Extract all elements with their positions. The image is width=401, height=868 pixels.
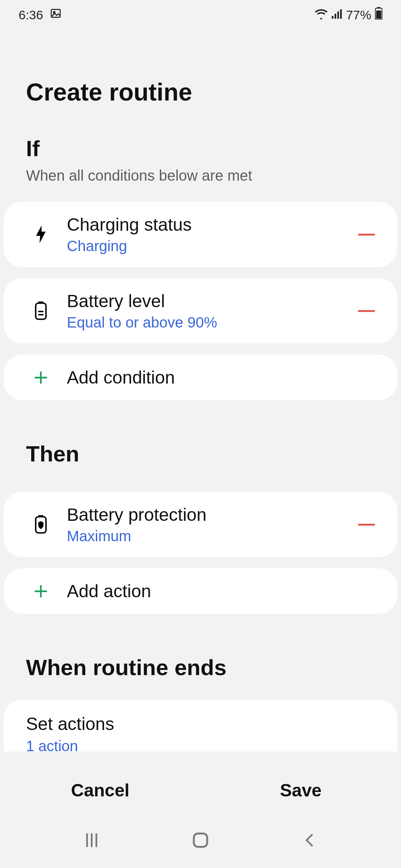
signal-icon bbox=[331, 8, 342, 22]
bolt-icon bbox=[26, 226, 56, 243]
condition-title: Charging status bbox=[67, 214, 353, 235]
minus-icon bbox=[358, 310, 375, 312]
status-left: 6:36 bbox=[19, 7, 62, 22]
condition-value: Charging bbox=[67, 238, 353, 254]
remove-condition-button[interactable] bbox=[353, 310, 379, 312]
action-title: Battery protection bbox=[67, 504, 353, 525]
condition-card-charging-status[interactable]: Charging status Charging bbox=[4, 202, 397, 267]
cancel-button[interactable]: Cancel bbox=[0, 768, 200, 812]
bottom-action-bar: Cancel Save bbox=[0, 768, 401, 812]
condition-card-battery-level[interactable]: Battery level Equal to or above 90% bbox=[4, 278, 397, 343]
wifi-icon bbox=[315, 8, 327, 22]
svg-rect-3 bbox=[335, 14, 336, 19]
set-actions-title: Set actions bbox=[26, 714, 375, 734]
battery-percent-text: 77% bbox=[346, 8, 371, 22]
if-title: If bbox=[26, 136, 375, 161]
battery-protection-icon bbox=[26, 515, 56, 534]
status-bar: 6:36 77% bbox=[0, 0, 401, 30]
add-condition-label: Add condition bbox=[67, 367, 379, 388]
svg-rect-2 bbox=[332, 16, 333, 19]
home-button[interactable] bbox=[186, 830, 215, 850]
set-actions-card[interactable]: Set actions 1 action bbox=[4, 700, 397, 752]
svg-rect-22 bbox=[194, 834, 207, 847]
status-right: 77% bbox=[315, 7, 382, 23]
navigation-bar bbox=[0, 812, 401, 868]
action-value: Maximum bbox=[67, 528, 353, 545]
add-action-label: Add action bbox=[67, 581, 379, 601]
minus-icon bbox=[358, 524, 375, 526]
svg-rect-5 bbox=[340, 9, 342, 19]
image-icon bbox=[50, 7, 62, 22]
battery-icon bbox=[375, 7, 382, 23]
svg-rect-4 bbox=[337, 11, 339, 19]
svg-rect-8 bbox=[376, 10, 381, 19]
then-section-header: Then bbox=[0, 441, 401, 477]
end-title: When routine ends bbox=[26, 655, 375, 680]
then-title: Then bbox=[26, 441, 375, 467]
recents-button[interactable] bbox=[77, 831, 107, 849]
page-title: Create routine bbox=[0, 30, 401, 136]
minus-icon bbox=[358, 234, 375, 236]
remove-condition-button[interactable] bbox=[353, 234, 379, 236]
condition-title: Battery level bbox=[67, 291, 353, 311]
save-button[interactable]: Save bbox=[200, 768, 401, 812]
condition-value: Equal to or above 90% bbox=[67, 314, 353, 331]
plus-icon bbox=[26, 583, 56, 599]
end-section-header: When routine ends bbox=[0, 655, 401, 700]
add-condition-button[interactable]: Add condition bbox=[4, 355, 397, 400]
if-conditions-group: Charging status Charging Battery level E… bbox=[0, 202, 401, 400]
remove-action-button[interactable] bbox=[353, 524, 379, 526]
then-actions-group: Battery protection Maximum Add action bbox=[0, 492, 401, 614]
back-button[interactable] bbox=[294, 831, 324, 850]
clock-text: 6:36 bbox=[19, 8, 43, 22]
plus-icon bbox=[26, 369, 56, 386]
battery-level-icon bbox=[26, 301, 56, 320]
action-card-battery-protection[interactable]: Battery protection Maximum bbox=[4, 492, 397, 557]
set-actions-value: 1 action bbox=[26, 738, 375, 752]
add-action-button[interactable]: Add action bbox=[4, 568, 397, 614]
if-subtitle: When all conditions below are met bbox=[26, 167, 375, 184]
if-section-header: If When all conditions below are met bbox=[0, 136, 401, 202]
